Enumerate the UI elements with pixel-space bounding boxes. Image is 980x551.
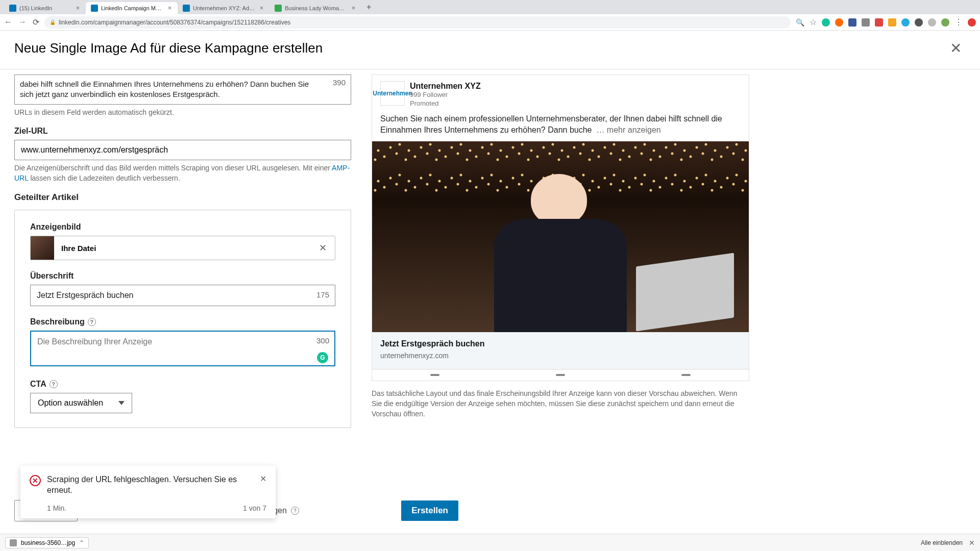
show-all-downloads-button[interactable]: Alle einblenden [921,539,963,546]
show-more-link[interactable]: … mehr anzeigen [596,126,660,134]
tab-close-icon[interactable]: × [259,5,264,12]
url-label: Ziel-URL [14,127,351,136]
company-logo-placeholder: Unternehmen [380,81,405,106]
dialog-header: Neue Single Image Ad für diese Kampagne … [0,31,980,69]
url-helper-text: Die Anzeigenüberschrift und das Bild wer… [14,163,351,183]
dismiss-toast-button[interactable]: ✕ [260,474,266,484]
tab-close-icon[interactable]: × [351,5,356,12]
new-tab-button[interactable]: + [361,3,376,12]
browser-tab[interactable]: (15) LinkedIn× [4,2,86,14]
zoom-icon[interactable]: 🔍 [796,18,804,27]
preview-promoted-label: Promoted [410,99,481,108]
intro-text-value: dabei hilft schnell die Einnahmen Ihres … [20,79,346,100]
extension-icon[interactable] [888,18,896,27]
extension-icon[interactable] [875,18,883,27]
headline-input[interactable] [30,285,335,306]
download-shelf: business-3560…jpg ⌃ Alle einblenden ✕ [0,534,980,551]
error-toast: ✕ Scraping der URL fehlgeschlagen. Versu… [20,466,276,518]
reload-button[interactable]: ⟳ [33,17,39,27]
browser-toolbar: ← → ⟳ 🔒 linkedin.com/campaignmanager/acc… [0,14,980,31]
tab-close-icon[interactable]: × [75,5,81,12]
file-icon [10,539,17,546]
back-button[interactable]: ← [4,17,12,27]
error-icon: ✕ [30,475,41,486]
tab-label: Business Lady Woman · Free … [285,5,348,11]
char-counter: 175 [316,290,329,299]
browser-tab[interactable]: Unternehmen XYZ: Administr…× [178,2,270,14]
linkedin-favicon [9,5,16,12]
linkedin-favicon [91,5,98,12]
ad-preview-card: Unternehmen Unternehmen XYZ 999 Follower… [372,74,749,381]
url-input-field[interactable] [21,145,319,155]
preview-social-bar [372,369,749,381]
description-input-wrap: 300 G [30,331,335,368]
chevron-up-icon[interactable]: ⌃ [79,539,84,546]
description-input[interactable] [30,331,335,366]
help-icon[interactable]: ? [88,318,96,326]
preview-disclaimer: Das tatsächliche Layout und das finale E… [372,388,749,419]
extension-icon[interactable] [848,18,856,27]
star-icon[interactable]: ☆ [810,17,817,27]
help-icon[interactable]: ? [291,507,299,515]
browser-tab-active[interactable]: LinkedIn Campaign Manager× [86,2,178,14]
page-title: Neue Single Image Ad für diese Kampagne … [14,40,323,56]
preview-company-name: Unternehmen XYZ [410,81,481,91]
download-item[interactable]: business-3560…jpg ⌃ [5,537,89,548]
create-button[interactable]: Erstellen [401,500,458,521]
menu-icon[interactable]: ⋮ [954,17,963,27]
browser-tab[interactable]: Business Lady Woman · Free …× [270,2,361,14]
cta-dropdown[interactable]: Option auswählen [30,393,132,413]
cta-label: CTA ? [30,380,335,389]
profile-avatar[interactable] [941,18,949,27]
url-text: linkedin.com/campaignmanager/account/508… [59,19,290,26]
preview-ad-image [372,141,749,332]
char-counter: 300 [316,336,329,345]
tab-close-icon[interactable]: × [167,5,173,12]
close-button[interactable]: ✕ [946,38,966,59]
image-thumbnail [31,236,54,260]
notification-icon[interactable] [968,18,976,27]
uploaded-image-chip: Ihre Datei ✕ [30,236,335,260]
remove-image-button[interactable]: ✕ [311,242,335,254]
destination-url-input[interactable] [14,140,351,160]
linkedin-favicon [183,5,190,12]
preview-domain: unternehmenxyz.com [380,352,741,360]
close-download-shelf-button[interactable]: ✕ [969,539,975,547]
tab-label: (15) LinkedIn [19,5,72,11]
extension-icons: 🔍 ☆ ⋮ [796,17,976,27]
toast-count: 1 von 7 [243,504,266,512]
extension-icon[interactable] [835,18,843,27]
extension-icon[interactable] [915,18,923,27]
preview-headline: Jetzt Erstgespräch buchen [380,339,741,348]
image-label: Anzeigenbild [30,222,335,232]
description-label: Beschreibung ? [30,317,335,327]
image-favicon [275,5,282,12]
forward-button[interactable]: → [18,17,27,27]
extension-icon[interactable] [822,18,830,27]
extension-icon[interactable] [901,18,910,27]
headline-input-wrap: 175 [30,285,335,306]
preview-followers: 999 Follower [410,91,481,99]
image-chip-label: Ihre Datei [54,244,311,253]
help-icon[interactable]: ? [50,380,58,388]
char-counter: 390 [333,78,346,87]
extension-icon[interactable] [928,18,936,27]
address-bar[interactable]: 🔒 linkedin.com/campaignmanager/account/5… [44,16,791,29]
extension-icon[interactable] [862,18,870,27]
lock-icon: 🔒 [50,19,56,25]
intro-text-input[interactable]: dabei hilft schnell die Einnahmen Ihres … [14,74,351,105]
toast-message: Scraping der URL fehlgeschlagen. Versuch… [47,474,254,496]
cta-selected-value: Option auswählen [38,398,103,408]
shared-article-label: Geteilter Artikel [14,192,351,203]
shared-article-panel: Anzeigenbild Ihre Datei ✕ Überschrift 17… [14,210,351,428]
download-filename: business-3560…jpg [21,539,75,546]
browser-tab-strip: (15) LinkedIn× LinkedIn Campaign Manager… [0,0,980,14]
preview-intro-text: Suchen Sie nach einem professionellen Un… [372,113,749,141]
intro-helper-text: URLs in diesem Feld werden automatisch g… [14,108,351,118]
tab-label: Unternehmen XYZ: Administr… [193,5,256,11]
headline-label: Überschrift [30,271,335,281]
tab-label: LinkedIn Campaign Manager [101,5,164,11]
chevron-down-icon [118,401,125,405]
toast-time: 1 Min. [47,504,66,512]
